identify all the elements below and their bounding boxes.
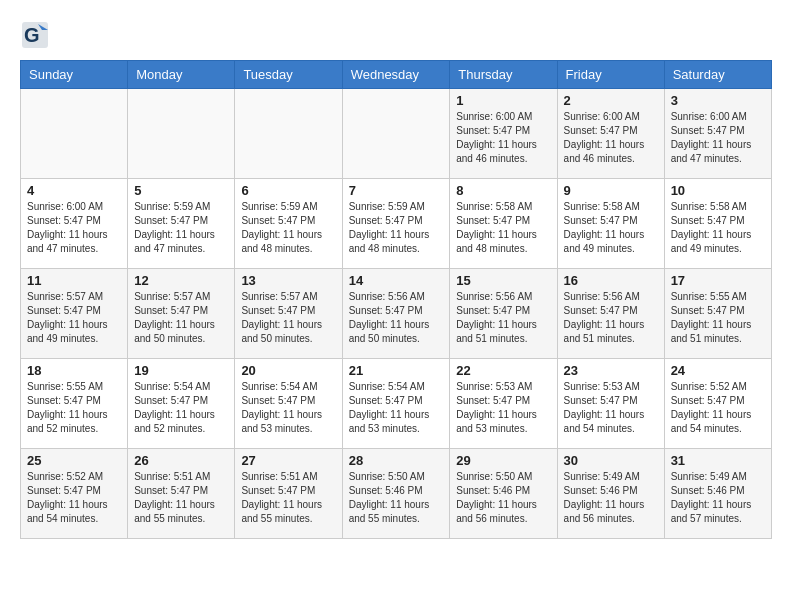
day-info: Sunrise: 5:57 AM Sunset: 5:47 PM Dayligh… xyxy=(27,290,121,346)
calendar-cell: 26Sunrise: 5:51 AM Sunset: 5:47 PM Dayli… xyxy=(128,449,235,539)
calendar-cell: 10Sunrise: 5:58 AM Sunset: 5:47 PM Dayli… xyxy=(664,179,771,269)
calendar-table: SundayMondayTuesdayWednesdayThursdayFrid… xyxy=(20,60,772,539)
day-info: Sunrise: 5:57 AM Sunset: 5:47 PM Dayligh… xyxy=(241,290,335,346)
weekday-header-row: SundayMondayTuesdayWednesdayThursdayFrid… xyxy=(21,61,772,89)
logo: G xyxy=(20,20,54,50)
day-number: 17 xyxy=(671,273,765,288)
day-info: Sunrise: 5:58 AM Sunset: 5:47 PM Dayligh… xyxy=(456,200,550,256)
calendar-cell: 15Sunrise: 5:56 AM Sunset: 5:47 PM Dayli… xyxy=(450,269,557,359)
day-number: 13 xyxy=(241,273,335,288)
day-number: 10 xyxy=(671,183,765,198)
day-info: Sunrise: 5:50 AM Sunset: 5:46 PM Dayligh… xyxy=(349,470,444,526)
page-header: G xyxy=(20,20,772,50)
day-number: 14 xyxy=(349,273,444,288)
calendar-cell: 22Sunrise: 5:53 AM Sunset: 5:47 PM Dayli… xyxy=(450,359,557,449)
calendar-cell: 1Sunrise: 6:00 AM Sunset: 5:47 PM Daylig… xyxy=(450,89,557,179)
calendar-cell: 3Sunrise: 6:00 AM Sunset: 5:47 PM Daylig… xyxy=(664,89,771,179)
day-info: Sunrise: 5:52 AM Sunset: 5:47 PM Dayligh… xyxy=(27,470,121,526)
day-info: Sunrise: 5:54 AM Sunset: 5:47 PM Dayligh… xyxy=(241,380,335,436)
day-number: 20 xyxy=(241,363,335,378)
day-info: Sunrise: 5:49 AM Sunset: 5:46 PM Dayligh… xyxy=(671,470,765,526)
calendar-cell: 12Sunrise: 5:57 AM Sunset: 5:47 PM Dayli… xyxy=(128,269,235,359)
calendar-cell: 30Sunrise: 5:49 AM Sunset: 5:46 PM Dayli… xyxy=(557,449,664,539)
day-number: 19 xyxy=(134,363,228,378)
day-number: 22 xyxy=(456,363,550,378)
calendar-week-1: 1Sunrise: 6:00 AM Sunset: 5:47 PM Daylig… xyxy=(21,89,772,179)
day-number: 1 xyxy=(456,93,550,108)
calendar-cell: 25Sunrise: 5:52 AM Sunset: 5:47 PM Dayli… xyxy=(21,449,128,539)
day-info: Sunrise: 5:58 AM Sunset: 5:47 PM Dayligh… xyxy=(564,200,658,256)
day-number: 9 xyxy=(564,183,658,198)
day-info: Sunrise: 5:53 AM Sunset: 5:47 PM Dayligh… xyxy=(456,380,550,436)
calendar-cell: 6Sunrise: 5:59 AM Sunset: 5:47 PM Daylig… xyxy=(235,179,342,269)
day-number: 25 xyxy=(27,453,121,468)
calendar-cell xyxy=(342,89,450,179)
day-number: 11 xyxy=(27,273,121,288)
weekday-header-tuesday: Tuesday xyxy=(235,61,342,89)
day-info: Sunrise: 5:50 AM Sunset: 5:46 PM Dayligh… xyxy=(456,470,550,526)
day-info: Sunrise: 5:59 AM Sunset: 5:47 PM Dayligh… xyxy=(241,200,335,256)
calendar-cell: 23Sunrise: 5:53 AM Sunset: 5:47 PM Dayli… xyxy=(557,359,664,449)
calendar-cell: 19Sunrise: 5:54 AM Sunset: 5:47 PM Dayli… xyxy=(128,359,235,449)
day-number: 24 xyxy=(671,363,765,378)
calendar-week-4: 18Sunrise: 5:55 AM Sunset: 5:47 PM Dayli… xyxy=(21,359,772,449)
weekday-header-friday: Friday xyxy=(557,61,664,89)
calendar-week-5: 25Sunrise: 5:52 AM Sunset: 5:47 PM Dayli… xyxy=(21,449,772,539)
calendar-cell: 18Sunrise: 5:55 AM Sunset: 5:47 PM Dayli… xyxy=(21,359,128,449)
calendar-cell: 2Sunrise: 6:00 AM Sunset: 5:47 PM Daylig… xyxy=(557,89,664,179)
day-info: Sunrise: 5:56 AM Sunset: 5:47 PM Dayligh… xyxy=(456,290,550,346)
day-number: 2 xyxy=(564,93,658,108)
calendar-cell: 27Sunrise: 5:51 AM Sunset: 5:47 PM Dayli… xyxy=(235,449,342,539)
day-info: Sunrise: 6:00 AM Sunset: 5:47 PM Dayligh… xyxy=(456,110,550,166)
weekday-header-saturday: Saturday xyxy=(664,61,771,89)
day-info: Sunrise: 5:56 AM Sunset: 5:47 PM Dayligh… xyxy=(349,290,444,346)
calendar-week-3: 11Sunrise: 5:57 AM Sunset: 5:47 PM Dayli… xyxy=(21,269,772,359)
day-number: 3 xyxy=(671,93,765,108)
day-number: 18 xyxy=(27,363,121,378)
day-info: Sunrise: 5:52 AM Sunset: 5:47 PM Dayligh… xyxy=(671,380,765,436)
calendar-cell: 14Sunrise: 5:56 AM Sunset: 5:47 PM Dayli… xyxy=(342,269,450,359)
day-number: 28 xyxy=(349,453,444,468)
day-info: Sunrise: 5:55 AM Sunset: 5:47 PM Dayligh… xyxy=(27,380,121,436)
day-number: 27 xyxy=(241,453,335,468)
day-number: 29 xyxy=(456,453,550,468)
day-info: Sunrise: 6:00 AM Sunset: 5:47 PM Dayligh… xyxy=(564,110,658,166)
day-info: Sunrise: 5:58 AM Sunset: 5:47 PM Dayligh… xyxy=(671,200,765,256)
svg-text:G: G xyxy=(24,24,40,46)
weekday-header-wednesday: Wednesday xyxy=(342,61,450,89)
calendar-cell: 24Sunrise: 5:52 AM Sunset: 5:47 PM Dayli… xyxy=(664,359,771,449)
day-number: 31 xyxy=(671,453,765,468)
day-info: Sunrise: 5:51 AM Sunset: 5:47 PM Dayligh… xyxy=(134,470,228,526)
day-info: Sunrise: 5:59 AM Sunset: 5:47 PM Dayligh… xyxy=(349,200,444,256)
day-info: Sunrise: 5:55 AM Sunset: 5:47 PM Dayligh… xyxy=(671,290,765,346)
day-info: Sunrise: 5:54 AM Sunset: 5:47 PM Dayligh… xyxy=(134,380,228,436)
calendar-cell: 31Sunrise: 5:49 AM Sunset: 5:46 PM Dayli… xyxy=(664,449,771,539)
day-number: 5 xyxy=(134,183,228,198)
day-number: 26 xyxy=(134,453,228,468)
calendar-cell: 17Sunrise: 5:55 AM Sunset: 5:47 PM Dayli… xyxy=(664,269,771,359)
day-number: 23 xyxy=(564,363,658,378)
calendar-cell: 4Sunrise: 6:00 AM Sunset: 5:47 PM Daylig… xyxy=(21,179,128,269)
logo-icon: G xyxy=(20,20,50,50)
weekday-header-monday: Monday xyxy=(128,61,235,89)
day-info: Sunrise: 5:51 AM Sunset: 5:47 PM Dayligh… xyxy=(241,470,335,526)
day-number: 4 xyxy=(27,183,121,198)
day-info: Sunrise: 5:56 AM Sunset: 5:47 PM Dayligh… xyxy=(564,290,658,346)
day-number: 21 xyxy=(349,363,444,378)
day-number: 30 xyxy=(564,453,658,468)
calendar-cell: 29Sunrise: 5:50 AM Sunset: 5:46 PM Dayli… xyxy=(450,449,557,539)
day-info: Sunrise: 5:57 AM Sunset: 5:47 PM Dayligh… xyxy=(134,290,228,346)
calendar-cell: 16Sunrise: 5:56 AM Sunset: 5:47 PM Dayli… xyxy=(557,269,664,359)
day-number: 7 xyxy=(349,183,444,198)
day-info: Sunrise: 5:54 AM Sunset: 5:47 PM Dayligh… xyxy=(349,380,444,436)
weekday-header-sunday: Sunday xyxy=(21,61,128,89)
calendar-cell: 8Sunrise: 5:58 AM Sunset: 5:47 PM Daylig… xyxy=(450,179,557,269)
day-info: Sunrise: 5:59 AM Sunset: 5:47 PM Dayligh… xyxy=(134,200,228,256)
day-number: 8 xyxy=(456,183,550,198)
day-info: Sunrise: 6:00 AM Sunset: 5:47 PM Dayligh… xyxy=(671,110,765,166)
day-info: Sunrise: 5:49 AM Sunset: 5:46 PM Dayligh… xyxy=(564,470,658,526)
calendar-cell xyxy=(21,89,128,179)
calendar-cell: 20Sunrise: 5:54 AM Sunset: 5:47 PM Dayli… xyxy=(235,359,342,449)
calendar-cell: 7Sunrise: 5:59 AM Sunset: 5:47 PM Daylig… xyxy=(342,179,450,269)
day-info: Sunrise: 5:53 AM Sunset: 5:47 PM Dayligh… xyxy=(564,380,658,436)
